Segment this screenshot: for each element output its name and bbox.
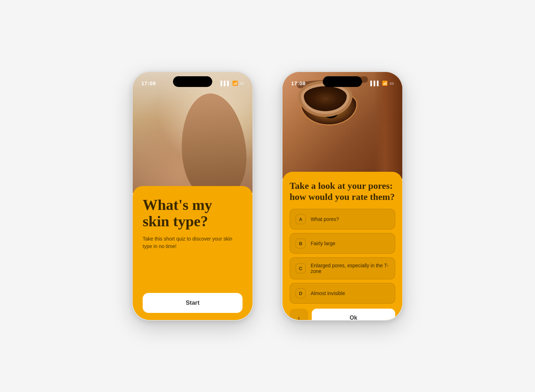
option-b-letter: B [296,238,306,248]
dynamic-island-2 [323,76,362,87]
status-icons-2: ▌▌▌ 📶 ▭ [370,81,394,86]
bottom-buttons: ‹ Ok [290,309,395,321]
wifi-icon-1: 📶 [232,81,238,86]
content-card-1: What's my skin type? Take this short qui… [133,186,253,320]
option-c[interactable]: C Enlarged pores, especially in the T-zo… [290,257,395,279]
back-button[interactable]: ‹ [290,309,308,321]
ok-button[interactable]: Ok [312,309,395,321]
subtitle: Take this short quiz to discover your sk… [143,235,243,250]
option-d[interactable]: D Almost invisible [290,283,395,304]
option-d-text: Almost invisible [311,290,345,296]
option-a-text: What pores? [311,216,339,222]
main-title: What's my skin type? [143,197,243,229]
skin-texture-1 [133,72,253,193]
signal-icon-1: ▌▌▌ [220,81,230,86]
battery-icon-2: ▭ [389,81,394,86]
option-a[interactable]: A What pores? [290,209,395,229]
option-c-text: Enlarged pores, especially in the T-zone [311,263,389,274]
status-icons-1: ▌▌▌ 📶 ▭ [220,81,244,86]
question-title: Take a look at your pores: how would you… [290,180,395,202]
phone-quiz: 17:08 ▌▌▌ 📶 ▭ Take a look at your p [282,71,403,321]
signal-icon-2: ▌▌▌ [370,81,380,86]
option-b[interactable]: B Fairly large [290,233,395,254]
dynamic-island-1 [173,76,212,87]
options-list: A What pores? B Fairly large C Enlarged … [290,209,395,304]
option-b-text: Fairly large [311,241,335,246]
option-d-letter: D [296,288,306,298]
option-a-letter: A [296,214,306,224]
time-1: 17:08 [141,80,156,86]
option-c-letter: C [296,263,306,273]
phones-container: 17:08 ▌▌▌ 📶 ▭ What's my skin type? Take … [0,57,535,335]
hero-image-1 [133,72,253,193]
battery-icon-1: ▭ [240,81,244,86]
wifi-icon-2: 📶 [382,81,388,86]
time-2: 17:08 [291,80,306,86]
content-card-2: Take a look at your pores: how would you… [282,172,402,321]
phone-welcome: 17:08 ▌▌▌ 📶 ▭ What's my skin type? Take … [132,71,253,321]
start-button[interactable]: Start [143,293,243,313]
